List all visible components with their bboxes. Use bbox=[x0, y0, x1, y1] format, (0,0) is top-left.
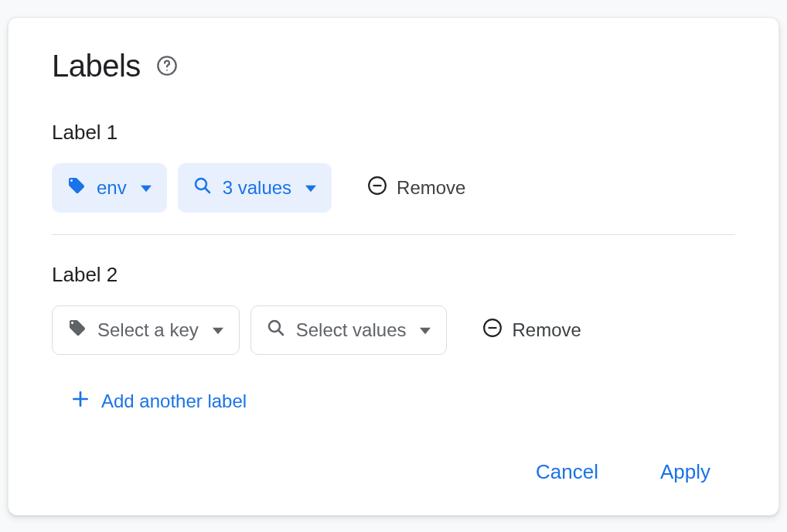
caret-down-icon bbox=[141, 177, 152, 199]
help-icon[interactable] bbox=[156, 55, 178, 77]
label-values-text-1: 3 values bbox=[223, 177, 291, 199]
labels-dialog: Labels Label 1 env bbox=[8, 17, 779, 516]
remove-circle-icon bbox=[482, 318, 503, 343]
dialog-footer: Cancel Apply bbox=[52, 454, 735, 490]
label-section-2: Label 2 Select a key bbox=[52, 263, 735, 355]
label-key-chip-2[interactable]: Select a key bbox=[52, 305, 240, 355]
remove-circle-icon bbox=[367, 176, 387, 200]
label-row-1: env 3 values bbox=[52, 163, 735, 213]
label-heading-2: Label 2 bbox=[52, 263, 735, 287]
label-heading-1: Label 1 bbox=[52, 121, 735, 145]
svg-line-3 bbox=[205, 188, 210, 193]
remove-label-text: Remove bbox=[512, 319, 581, 341]
divider bbox=[52, 234, 735, 235]
tag-icon bbox=[68, 319, 87, 342]
remove-label-text: Remove bbox=[397, 177, 465, 199]
label-key-text-1: env bbox=[97, 177, 127, 199]
plus-icon bbox=[70, 389, 90, 414]
add-another-label-button[interactable]: Add another label bbox=[64, 380, 253, 423]
svg-line-7 bbox=[278, 330, 283, 335]
dialog-title: Labels bbox=[52, 49, 141, 84]
cancel-button[interactable]: Cancel bbox=[526, 454, 608, 490]
svg-point-1 bbox=[166, 70, 168, 71]
add-another-label-text: Add another label bbox=[101, 390, 247, 412]
search-icon bbox=[193, 176, 212, 200]
tag-icon bbox=[67, 176, 86, 200]
remove-label-1-button[interactable]: Remove bbox=[364, 169, 468, 206]
label-row-2: Select a key Select values bbox=[52, 305, 735, 355]
label-key-text-2: Select a key bbox=[97, 319, 199, 341]
label-values-text-2: Select values bbox=[296, 319, 407, 341]
label-values-chip-1[interactable]: 3 values bbox=[178, 163, 332, 213]
caret-down-icon bbox=[213, 319, 223, 341]
dialog-header: Labels bbox=[52, 49, 735, 84]
label-section-1: Label 1 env bbox=[52, 121, 735, 213]
caret-down-icon bbox=[420, 319, 431, 341]
remove-label-2-button[interactable]: Remove bbox=[479, 312, 584, 349]
search-icon bbox=[267, 319, 285, 342]
label-key-chip-1[interactable]: env bbox=[52, 163, 167, 213]
apply-button[interactable]: Apply bbox=[651, 454, 720, 490]
caret-down-icon bbox=[305, 177, 316, 199]
label-values-chip-2[interactable]: Select values bbox=[250, 305, 448, 355]
